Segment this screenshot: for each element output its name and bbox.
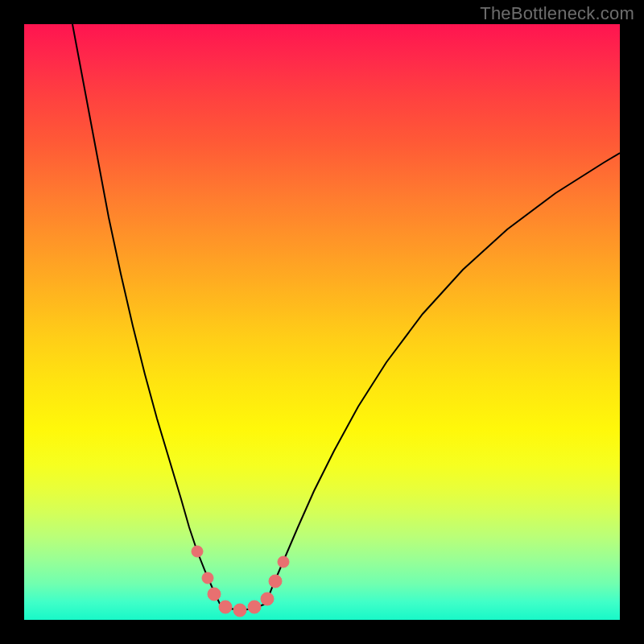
bead-marker [248, 601, 261, 613]
chart-stage: TheBottleneck.com [0, 0, 644, 644]
plot-area [24, 24, 620, 620]
curves-svg [24, 24, 620, 620]
watermark-text: TheBottleneck.com [480, 3, 634, 24]
curve-right [266, 153, 620, 604]
bead-marker [219, 601, 232, 613]
bead-marker [269, 575, 282, 588]
bead-group [192, 546, 289, 617]
bead-marker [261, 592, 274, 605]
bead-marker [208, 588, 221, 601]
curve-left [72, 24, 220, 604]
bead-marker [202, 572, 213, 584]
bead-marker [233, 604, 246, 617]
bead-marker [278, 556, 289, 568]
bead-marker [192, 546, 203, 557]
